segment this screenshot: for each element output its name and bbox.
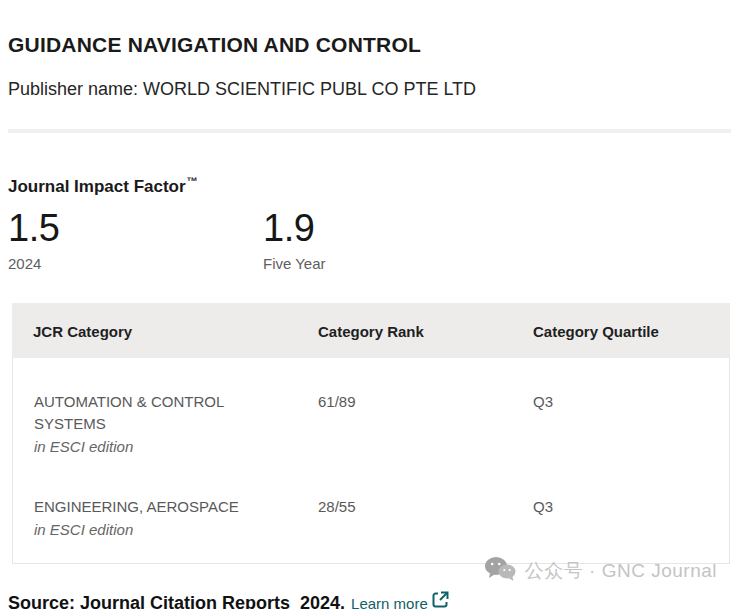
category-table: JCR Category Category Rank Category Quar… — [12, 303, 730, 564]
source-text: Source: Journal Citation Reports 2024. — [8, 592, 345, 609]
metric-current-year: 1.5 2024 — [8, 209, 263, 273]
journal-title: GUIDANCE NAVIGATION AND CONTROL — [8, 33, 731, 57]
table-row: ENGINEERING, AEROSPACE in ESCI edition 2… — [13, 496, 729, 541]
metric-label: 2024 — [8, 255, 263, 273]
category-table-body: AUTOMATION & CONTROL SYSTEMS in ESCI edi… — [12, 358, 730, 564]
category-rank: 61/89 — [297, 391, 512, 458]
category-table-header: JCR Category Category Rank Category Quar… — [12, 303, 730, 358]
category-name: ENGINEERING, AEROSPACE — [34, 496, 269, 518]
trademark-symbol: ™ — [187, 175, 198, 187]
impact-factor-metrics: 1.5 2024 1.9 Five Year — [8, 209, 731, 273]
metric-five-year: 1.9 Five Year — [263, 209, 518, 273]
column-header-jcr-category: JCR Category — [12, 324, 297, 340]
category-name: AUTOMATION & CONTROL SYSTEMS — [34, 391, 269, 435]
source-line: Source: Journal Citation Reports 2024. L… — [8, 590, 731, 609]
table-row: AUTOMATION & CONTROL SYSTEMS in ESCI edi… — [13, 391, 729, 458]
category-edition: in ESCI edition — [34, 436, 297, 458]
wechat-icon — [484, 556, 516, 586]
category-quartile: Q3 — [512, 496, 729, 541]
column-header-category-rank: Category Rank — [297, 324, 512, 340]
watermark: 公众号 · GNC Journal — [484, 556, 717, 586]
jcr-journal-card: GUIDANCE NAVIGATION AND CONTROL Publishe… — [0, 0, 739, 609]
category-cell: AUTOMATION & CONTROL SYSTEMS in ESCI edi… — [13, 391, 297, 458]
publisher-line: Publisher name: WORLD SCIENTIFIC PUBL CO… — [8, 78, 731, 100]
impact-factor-heading-text: Journal Impact Factor — [8, 177, 186, 196]
category-edition: in ESCI edition — [34, 519, 297, 541]
column-header-category-quartile: Category Quartile — [512, 324, 730, 340]
external-link-icon[interactable] — [431, 590, 450, 609]
learn-more-link[interactable]: Learn more — [351, 595, 428, 609]
category-rank: 28/55 — [297, 496, 512, 541]
category-quartile: Q3 — [512, 391, 729, 458]
watermark-text: 公众号 · GNC Journal — [525, 558, 717, 584]
metric-value: 1.9 — [263, 209, 518, 247]
category-cell: ENGINEERING, AEROSPACE in ESCI edition — [13, 496, 297, 541]
impact-factor-heading: Journal Impact Factor™ — [8, 171, 731, 197]
metric-value: 1.5 — [8, 209, 263, 247]
metric-label: Five Year — [263, 255, 518, 273]
section-divider — [8, 129, 731, 133]
